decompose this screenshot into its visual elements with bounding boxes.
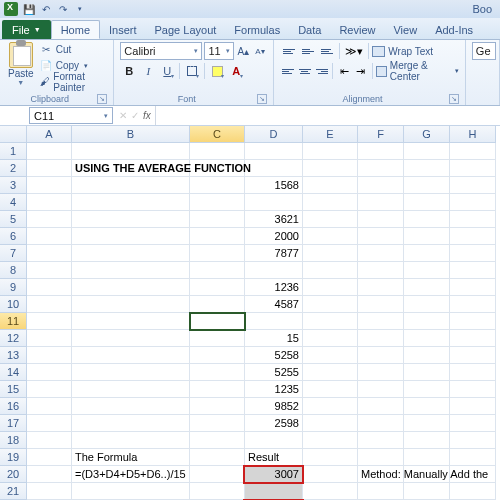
cell[interactable] (358, 415, 404, 432)
cell[interactable] (404, 160, 450, 177)
cell[interactable] (303, 483, 358, 500)
align-right-button[interactable] (314, 63, 330, 80)
row-header[interactable]: 3 (0, 177, 27, 194)
row-header[interactable]: 21 (0, 483, 27, 500)
cell[interactable] (303, 296, 358, 313)
cell[interactable] (72, 143, 190, 160)
cell[interactable] (450, 228, 496, 245)
cell[interactable] (404, 330, 450, 347)
cell[interactable] (190, 330, 245, 347)
cell[interactable] (72, 313, 190, 330)
cell[interactable] (245, 432, 303, 449)
cell[interactable] (404, 228, 450, 245)
cell[interactable] (72, 262, 190, 279)
col-header[interactable]: A (27, 126, 72, 143)
cell[interactable] (190, 177, 245, 194)
active-cell[interactable] (190, 313, 245, 330)
row-header[interactable]: 7 (0, 245, 27, 262)
cell[interactable] (450, 415, 496, 432)
cell[interactable] (358, 279, 404, 296)
row-header[interactable]: 9 (0, 279, 27, 296)
cell[interactable] (303, 415, 358, 432)
tab-page-layout[interactable]: Page Layout (146, 20, 226, 39)
cell[interactable] (404, 211, 450, 228)
cell[interactable] (358, 228, 404, 245)
border-button[interactable] (183, 62, 201, 80)
cell[interactable] (358, 449, 404, 466)
cell[interactable] (190, 449, 245, 466)
cell[interactable] (190, 279, 245, 296)
cell[interactable] (358, 432, 404, 449)
cell[interactable] (27, 415, 72, 432)
cell[interactable] (303, 313, 358, 330)
cell[interactable] (190, 364, 245, 381)
cell[interactable] (303, 245, 358, 262)
cell[interactable] (358, 313, 404, 330)
cell[interactable] (72, 432, 190, 449)
cell[interactable] (404, 415, 450, 432)
cell[interactable] (27, 160, 72, 177)
wrap-text-button[interactable]: Wrap Text (372, 46, 433, 57)
row-header[interactable]: 10 (0, 296, 27, 313)
cell[interactable] (190, 415, 245, 432)
cell[interactable] (450, 381, 496, 398)
cell[interactable]: 1235 (245, 381, 303, 398)
row-header[interactable]: 2 (0, 160, 27, 177)
alignment-launcher-icon[interactable]: ↘ (449, 94, 459, 104)
cell[interactable] (190, 262, 245, 279)
align-center-button[interactable] (297, 63, 313, 80)
tab-add-ins[interactable]: Add-Ins (426, 20, 482, 39)
cell[interactable] (245, 160, 303, 177)
cell[interactable] (450, 262, 496, 279)
cell[interactable] (303, 330, 358, 347)
cell[interactable] (404, 194, 450, 211)
cell[interactable] (358, 347, 404, 364)
cell[interactable] (72, 381, 190, 398)
cell[interactable] (190, 483, 245, 500)
row-header[interactable]: 13 (0, 347, 27, 364)
cell[interactable] (190, 245, 245, 262)
redo-icon[interactable]: ↷ (56, 2, 70, 16)
cell[interactable] (303, 449, 358, 466)
number-format-combo[interactable]: Ge (472, 42, 496, 60)
cell[interactable]: 9852 (245, 398, 303, 415)
row-header[interactable]: 14 (0, 364, 27, 381)
cell[interactable] (245, 262, 303, 279)
cell[interactable] (450, 364, 496, 381)
cell[interactable] (72, 415, 190, 432)
cell[interactable] (27, 466, 72, 483)
cell[interactable] (72, 228, 190, 245)
cell[interactable] (245, 313, 303, 330)
paste-button[interactable]: Paste ▼ (6, 42, 36, 89)
fill-color-button[interactable] (208, 62, 226, 80)
cell[interactable] (72, 211, 190, 228)
cell[interactable] (404, 279, 450, 296)
cell[interactable] (190, 398, 245, 415)
cell[interactable] (450, 194, 496, 211)
align-top-button[interactable] (280, 43, 298, 60)
cell[interactable] (72, 347, 190, 364)
font-color-button[interactable]: A (227, 62, 245, 80)
cell[interactable] (450, 347, 496, 364)
cell[interactable] (450, 398, 496, 415)
cell[interactable] (303, 347, 358, 364)
cell[interactable] (72, 296, 190, 313)
cell[interactable] (303, 364, 358, 381)
cell[interactable]: 7877 (245, 245, 303, 262)
cell[interactable] (27, 347, 72, 364)
cell[interactable]: Result (245, 449, 303, 466)
shrink-font-icon[interactable]: A▾ (253, 42, 268, 60)
col-header[interactable]: C (190, 126, 245, 143)
cell[interactable]: 5258 (245, 347, 303, 364)
increase-indent-button[interactable]: ⇥ (353, 63, 369, 80)
cell[interactable] (358, 143, 404, 160)
cell[interactable] (404, 483, 450, 500)
cell[interactable] (358, 211, 404, 228)
row-header[interactable]: 6 (0, 228, 27, 245)
row-header[interactable]: 15 (0, 381, 27, 398)
cell[interactable]: 5255 (245, 364, 303, 381)
cell[interactable] (303, 381, 358, 398)
cell[interactable]: 15 (245, 330, 303, 347)
row-header[interactable]: 5 (0, 211, 27, 228)
cell[interactable] (72, 398, 190, 415)
